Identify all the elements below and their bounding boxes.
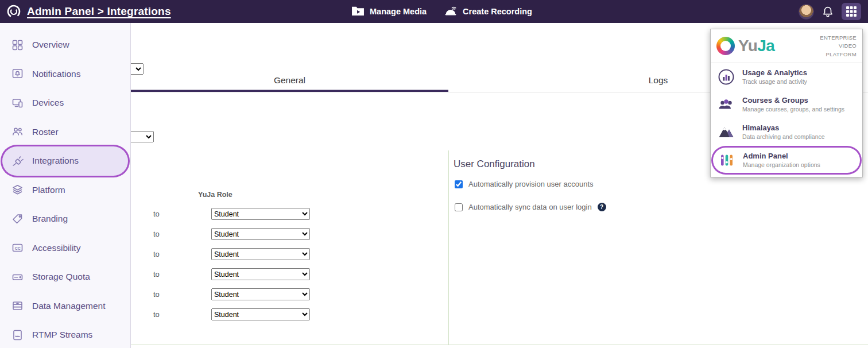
tab-general[interactable]: General: [131, 69, 448, 92]
sidebar-item-label: Overview: [32, 40, 69, 50]
create-recording-label: Create Recording: [463, 7, 532, 16]
apps-item-himalayas[interactable]: Himalayas Data archiving and compliance: [711, 118, 862, 146]
topbar-actions: Manage Media Create Recording: [351, 0, 532, 23]
tab-general-label: General: [274, 75, 305, 86]
overview-icon: [11, 39, 24, 51]
yuja-swirl-logo-icon: [716, 37, 735, 55]
apps-panel-header: YuJa ENTERPRISE VIDEO PLATFORM: [711, 29, 862, 63]
apps-item-title: Admin Panel: [743, 152, 820, 160]
apps-item-subtitle: Manage courses, groups, and settings: [742, 106, 844, 113]
help-icon[interactable]: ?: [598, 203, 606, 211]
apps-item-text: Courses & Groups Manage courses, groups,…: [742, 96, 844, 113]
sidebar-item-label: Notifications: [32, 69, 80, 79]
manage-media-button[interactable]: Manage Media: [351, 5, 427, 18]
devices-icon: [11, 97, 24, 109]
apps-item-title: Himalayas: [742, 123, 825, 132]
branding-icon: [11, 213, 24, 225]
top-bar: Admin Panel > Integrations Manage Media …: [0, 0, 868, 23]
integrations-icon: [11, 155, 24, 167]
horizontal-panel-divider: [131, 345, 868, 345]
create-recording-button[interactable]: Create Recording: [444, 5, 532, 18]
brand-ja: Ja: [757, 37, 774, 55]
tab-logs-label: Logs: [649, 75, 668, 86]
himalayas-mountain-icon: [718, 123, 735, 141]
page-title: Admin Panel > Integrations: [27, 5, 171, 18]
notifications-icon: [11, 68, 24, 80]
sidebar-item-devices[interactable]: Devices: [2, 88, 128, 118]
sidebar-item-notifications[interactable]: Notifications: [2, 60, 128, 89]
sidebar-item-label: Roster: [32, 127, 59, 137]
user-configuration-section: User Configuration Automatically provisi…: [454, 158, 606, 226]
yuja-logo-icon[interactable]: [6, 4, 21, 20]
provision-accounts-label: Automatically provision user accounts: [468, 180, 594, 188]
provision-accounts-checkbox[interactable]: [455, 180, 463, 188]
brand-yu: Yu: [738, 37, 757, 55]
role-mapping-select[interactable]: Student: [211, 308, 310, 320]
role-mapping-select[interactable]: Student: [211, 228, 310, 240]
courses-groups-icon: [718, 96, 735, 113]
sync-data-checkbox[interactable]: [455, 203, 463, 211]
apps-item-subtitle: Manage organization options: [743, 161, 820, 168]
role-connector-label: to: [153, 210, 162, 218]
sidebar-item-overview[interactable]: Overview: [2, 30, 128, 60]
sidebar-item-rtmp-streams[interactable]: RTMP Streams: [2, 320, 128, 348]
role-mapping-select[interactable]: Student: [211, 288, 310, 300]
notifications-bell-icon[interactable]: [822, 5, 834, 18]
recording-icon: [444, 5, 458, 18]
sidebar-item-label: Accessibility: [32, 243, 80, 253]
apps-item-title: Courses & Groups: [742, 96, 844, 105]
role-mapping-select[interactable]: Student: [211, 248, 310, 260]
roster-icon: [11, 126, 24, 138]
provision-accounts-option: Automatically provision user accounts: [454, 180, 606, 188]
role-mapping-row: to Student: [153, 248, 310, 260]
sidebar-item-label: Data Management: [32, 301, 106, 311]
apps-item-usage-analytics[interactable]: Usage & Analytics Track usage and activi…: [711, 63, 862, 91]
role-mapping-row: to Student: [153, 228, 310, 240]
apps-item-admin-panel[interactable]: Admin Panel Manage organization options: [713, 148, 860, 173]
apps-item-text: Admin Panel Manage organization options: [743, 152, 820, 168]
role-mapping-select[interactable]: Student: [211, 208, 310, 220]
user-configuration-title: User Configuration: [454, 158, 606, 170]
sidebar-item-storage-quota[interactable]: Storage Quota: [2, 262, 128, 292]
tagline-line: ENTERPRISE: [820, 34, 857, 42]
role-connector-label: to: [153, 270, 162, 279]
tagline-line: VIDEO: [820, 42, 857, 50]
svg-text:CC: CC: [15, 246, 21, 250]
role-mapping-rows: to Student to Student to Student to Stud…: [153, 208, 310, 320]
sidebar-item-roster[interactable]: Roster: [2, 118, 128, 147]
role-mapping-select[interactable]: Student: [211, 268, 310, 280]
role-connector-label: to: [153, 250, 162, 258]
sidebar-item-label: RTMP Streams: [32, 330, 92, 340]
role-connector-label: to: [153, 290, 162, 299]
apps-dropdown-panel: YuJa ENTERPRISE VIDEO PLATFORM Usage & A…: [710, 29, 863, 177]
tagline-line: PLATFORM: [820, 51, 857, 59]
sidebar-item-integrations[interactable]: Integrations: [2, 146, 128, 176]
rtmp-streams-icon: [11, 329, 24, 341]
storage-quota-icon: [11, 271, 24, 283]
apps-grid-icon[interactable]: [842, 3, 861, 20]
usage-analytics-icon: [718, 68, 735, 86]
manage-media-label: Manage Media: [370, 7, 427, 16]
platform-icon: [11, 184, 24, 196]
apps-item-courses-groups[interactable]: Courses & Groups Manage courses, groups,…: [711, 91, 862, 118]
apps-item-subtitle: Data archiving and compliance: [742, 133, 825, 140]
apps-item-title: Usage & Analytics: [742, 68, 807, 77]
sidebar-item-accessibility[interactable]: CC Accessibility: [2, 234, 128, 263]
user-avatar[interactable]: [799, 4, 814, 20]
yuja-wordmark: YuJa: [738, 37, 774, 55]
role-mapping-row: to Student: [153, 308, 310, 320]
role-connector-label: to: [153, 230, 162, 238]
apps-item-subtitle: Track usage and activity: [742, 78, 807, 85]
sidebar-item-platform[interactable]: Platform: [2, 176, 128, 205]
admin-panel-sliders-icon: [718, 152, 735, 169]
media-folder-icon: [351, 5, 365, 18]
sidebar-item-label: Branding: [32, 214, 68, 224]
role-mapping-row: to Student: [153, 268, 310, 280]
sidebar-item-branding[interactable]: Branding: [2, 204, 128, 234]
sidebar-item-label: Integrations: [32, 156, 79, 166]
sidebar-item-data-management[interactable]: Data Management: [2, 292, 128, 321]
topbar-right: [799, 3, 862, 20]
sidebar-item-label: Storage Quota: [32, 272, 90, 282]
sidebar-item-label: Platform: [32, 185, 65, 195]
data-management-icon: [11, 300, 24, 312]
